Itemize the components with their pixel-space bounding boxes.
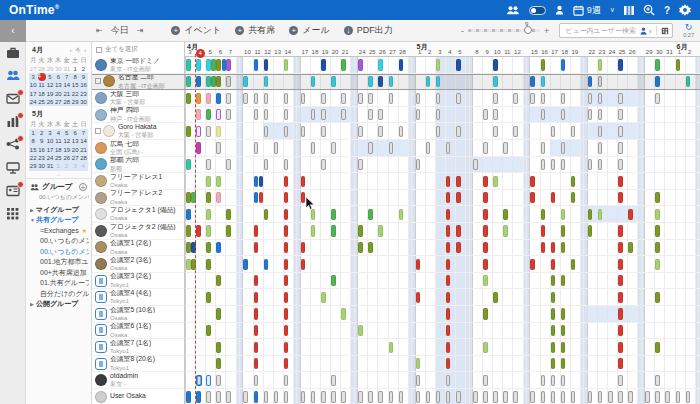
calendar-day[interactable]: 26 <box>63 154 71 162</box>
calendar-day[interactable]: 30 <box>37 162 45 170</box>
event-bar[interactable] <box>341 59 346 70</box>
event-bar[interactable] <box>284 275 289 286</box>
calendar-day[interactable]: 6 <box>54 73 62 81</box>
event-bar[interactable] <box>436 59 441 70</box>
event-bar[interactable] <box>541 375 546 386</box>
event-bar[interactable] <box>598 126 603 137</box>
event-bar[interactable] <box>483 259 488 270</box>
event-bar[interactable] <box>483 225 488 236</box>
event-bar[interactable] <box>551 275 556 286</box>
event-bar[interactable] <box>426 391 431 402</box>
timeline-row[interactable] <box>185 306 700 323</box>
event-bar[interactable] <box>571 192 576 203</box>
toolbar-button-mail[interactable]: +メール <box>289 24 329 37</box>
timeline-row[interactable] <box>185 140 700 157</box>
event-bar[interactable] <box>416 109 421 120</box>
event-bar[interactable] <box>618 59 623 70</box>
event-bar[interactable] <box>216 59 221 70</box>
event-bar[interactable] <box>254 225 259 236</box>
event-bar[interactable] <box>226 159 231 170</box>
event-bar[interactable] <box>264 259 269 270</box>
event-bar[interactable] <box>321 159 326 170</box>
event-bar[interactable] <box>196 59 201 70</box>
event-bar[interactable] <box>655 93 660 104</box>
event-bar[interactable] <box>561 358 566 369</box>
event-bar[interactable] <box>358 93 363 104</box>
event-bar[interactable] <box>456 93 461 104</box>
event-bar[interactable] <box>618 292 623 303</box>
calendar-day[interactable]: 8 <box>29 137 37 145</box>
card-icon[interactable] <box>6 184 20 197</box>
allday-band-event[interactable] <box>587 306 638 322</box>
user-row[interactable]: 会議室2 (3名)Osaka <box>92 256 184 273</box>
event-bar[interactable] <box>561 325 566 336</box>
calendar-day[interactable]: 4 <box>54 129 62 137</box>
event-bar[interactable] <box>561 93 566 104</box>
event-bar[interactable] <box>456 192 461 203</box>
event-bar[interactable] <box>358 242 363 253</box>
event-bar[interactable] <box>561 242 566 253</box>
event-bar[interactable] <box>686 391 691 402</box>
apps-grid-icon[interactable] <box>6 207 20 220</box>
view-toggle[interactable] <box>529 6 546 15</box>
calendar-day[interactable]: 3 <box>29 73 37 81</box>
event-bar[interactable] <box>561 225 566 236</box>
calendar-day[interactable]: 15 <box>29 146 37 154</box>
event-bar[interactable] <box>331 225 336 236</box>
event-bar[interactable] <box>331 76 336 87</box>
zoom-plus[interactable]: + <box>544 26 549 36</box>
event-bar[interactable] <box>571 391 576 402</box>
user-row[interactable]: 那覇 六郎那覇 - <box>92 157 184 174</box>
event-bar[interactable] <box>436 76 441 87</box>
event-bar[interactable] <box>341 391 346 402</box>
event-bar[interactable] <box>446 259 451 270</box>
calendar-day[interactable]: 24 <box>29 98 37 106</box>
event-bar[interactable] <box>446 292 451 303</box>
event-bar[interactable] <box>206 192 211 203</box>
event-bar[interactable] <box>311 225 316 236</box>
event-bar[interactable] <box>254 342 259 353</box>
event-bar[interactable] <box>284 159 289 170</box>
event-bar[interactable] <box>321 59 326 70</box>
event-bar[interactable] <box>321 292 326 303</box>
event-bar[interactable] <box>628 209 633 220</box>
event-bar[interactable] <box>493 93 498 104</box>
event-bar[interactable] <box>541 159 546 170</box>
timeline-row[interactable] <box>185 190 700 207</box>
event-bar[interactable] <box>676 391 681 402</box>
event-bar[interactable] <box>436 391 441 402</box>
event-bar[interactable] <box>530 176 535 187</box>
zoom-slider[interactable]: - 9 + <box>461 26 549 36</box>
sidebar-collapse-button[interactable]: ‹ <box>0 20 26 42</box>
event-bar[interactable] <box>598 59 603 70</box>
add-group-button[interactable]: + <box>79 183 87 191</box>
next-period-button[interactable]: ⇥ <box>137 26 144 35</box>
calendar-day[interactable]: 18 <box>37 90 45 98</box>
event-bar[interactable] <box>530 391 535 402</box>
event-bar[interactable] <box>243 93 248 104</box>
event-bar[interactable] <box>588 76 593 87</box>
event-bar[interactable] <box>206 159 211 170</box>
event-bar[interactable] <box>186 209 191 220</box>
event-bar[interactable] <box>503 225 508 236</box>
event-bar[interactable] <box>368 109 373 120</box>
calendar-day[interactable]: 23 <box>37 154 45 162</box>
group-item-=Exchanges[interactable]: =Exchanges★ <box>30 226 89 237</box>
event-bar[interactable] <box>551 308 556 319</box>
event-bar[interactable] <box>446 176 451 187</box>
event-bar[interactable] <box>561 308 566 319</box>
event-bar[interactable] <box>216 109 221 120</box>
refresh-button[interactable]: ↻ 0:27 <box>683 23 694 39</box>
event-bar[interactable] <box>493 292 498 303</box>
event-bar[interactable] <box>311 76 316 87</box>
timeline-row[interactable] <box>185 240 700 257</box>
event-bar[interactable] <box>416 93 421 104</box>
event-bar[interactable] <box>389 93 394 104</box>
event-bar[interactable] <box>196 225 201 236</box>
event-bar[interactable] <box>301 259 306 270</box>
event-bar[interactable] <box>284 259 289 270</box>
event-bar[interactable] <box>206 259 211 270</box>
event-bar[interactable] <box>541 59 546 70</box>
event-bar[interactable] <box>284 325 289 336</box>
group-item-00.いつものメンバー...[interactable]: 00.いつものメンバー...★ <box>30 247 89 258</box>
